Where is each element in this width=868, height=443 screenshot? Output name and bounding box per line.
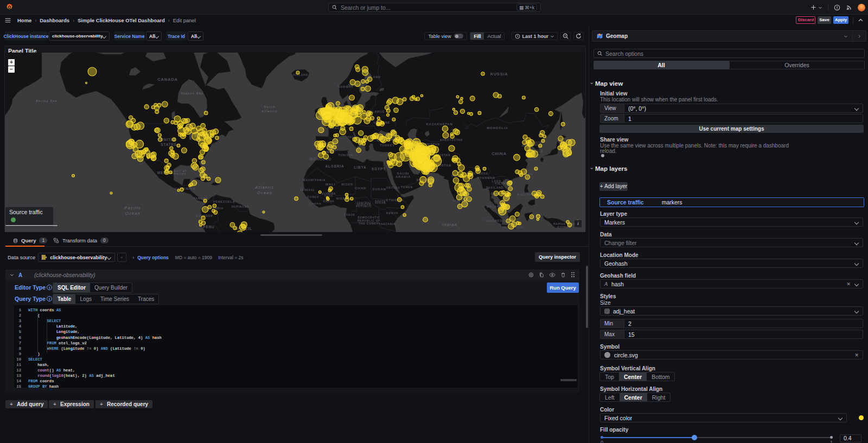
- svg-text:NIGERIA: NIGERIA: [336, 197, 352, 200]
- svg-text:FINLAND: FINLAND: [365, 75, 381, 79]
- svg-text:GUINEA: GUINEA: [307, 196, 319, 198]
- svg-text:LIBYA: LIBYA: [354, 165, 367, 169]
- svg-text:TURKEY: TURKEY: [380, 144, 394, 147]
- svg-text:LAOS: LAOS: [492, 179, 501, 183]
- svg-text:SURINAME: SURINAME: [231, 205, 249, 208]
- svg-text:ARABIA: ARABIA: [395, 175, 411, 178]
- svg-text:KENYA: KENYA: [386, 211, 399, 215]
- svg-text:STATES: STATES: [161, 143, 176, 146]
- svg-text:MALI: MALI: [326, 183, 335, 186]
- svg-text:MONGOLIA: MONGOLIA: [487, 126, 508, 130]
- svg-text:Mexico: Mexico: [174, 172, 186, 175]
- svg-text:CHAD: CHAD: [355, 187, 367, 190]
- svg-text:MAURITANIA: MAURITANIA: [303, 178, 326, 182]
- svg-text:GABON: GABON: [344, 214, 355, 216]
- svg-text:CHINA: CHINA: [492, 151, 507, 156]
- svg-text:PERU: PERU: [203, 225, 214, 229]
- svg-text:RUSSIA: RUSSIA: [490, 72, 508, 76]
- svg-text:KAZAKHSTAN: KAZAKHSTAN: [426, 123, 452, 126]
- svg-text:THE CONGO: THE CONGO: [359, 222, 379, 225]
- svg-text:NIGER: NIGER: [341, 183, 353, 186]
- svg-text:VENEZUELA: VENEZUELA: [213, 200, 235, 203]
- svg-text:ALGERIA: ALGERIA: [326, 164, 344, 168]
- svg-text:Atlantic: Atlantic: [261, 110, 278, 113]
- svg-text:Ocean: Ocean: [125, 211, 141, 215]
- svg-text:TUNISIA: TUNISIA: [338, 153, 353, 157]
- svg-text:Atlantic: Atlantic: [255, 185, 275, 189]
- svg-text:YEMEN: YEMEN: [401, 185, 413, 189]
- svg-text:Bering Sea: Bering Sea: [36, 99, 58, 102]
- svg-text:INDONESIA: INDONESIA: [486, 219, 506, 222]
- svg-text:Indian: Indian: [442, 223, 457, 227]
- svg-text:EGYPT: EGYPT: [372, 167, 386, 171]
- svg-text:REPUBLIC: REPUBLIC: [356, 205, 372, 208]
- svg-text:THAILAND: THAILAND: [486, 186, 503, 189]
- svg-text:SUDAN: SUDAN: [372, 188, 386, 191]
- svg-text:SENEGAL: SENEGAL: [300, 189, 315, 191]
- svg-text:North: North: [264, 105, 276, 108]
- svg-text:FASO: FASO: [324, 195, 333, 197]
- svg-text:CANADA: CANADA: [157, 77, 177, 82]
- svg-text:KYRGYZSTAN: KYRGYZSTAN: [440, 138, 463, 142]
- svg-text:Ocean: Ocean: [257, 191, 272, 195]
- svg-text:ERITREA: ERITREA: [386, 187, 400, 189]
- svg-text:Hudson Bay: Hudson Bay: [181, 92, 203, 95]
- svg-text:SUDAN: SUDAN: [375, 202, 386, 204]
- svg-text:ICELAND: ICELAND: [293, 73, 308, 76]
- svg-text:LIBERIA: LIBERIA: [310, 202, 322, 205]
- svg-text:TANZANIA: TANZANIA: [379, 222, 396, 226]
- svg-text:Pacific: Pacific: [124, 206, 141, 210]
